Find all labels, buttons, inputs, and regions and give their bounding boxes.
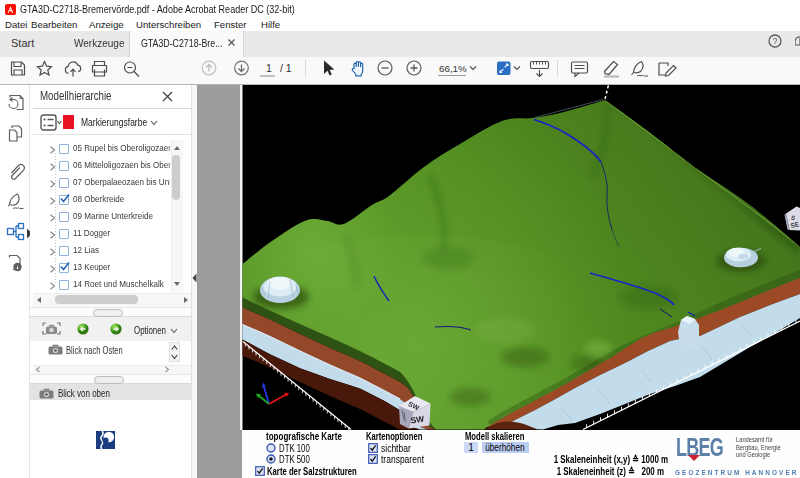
svg-text:66,1%: 66,1%	[439, 63, 467, 74]
svg-text:?: ?	[773, 36, 778, 46]
svg-text:SW: SW	[410, 414, 426, 426]
svg-text:/ 1: / 1	[280, 62, 292, 74]
svg-text:1: 1	[266, 62, 272, 74]
